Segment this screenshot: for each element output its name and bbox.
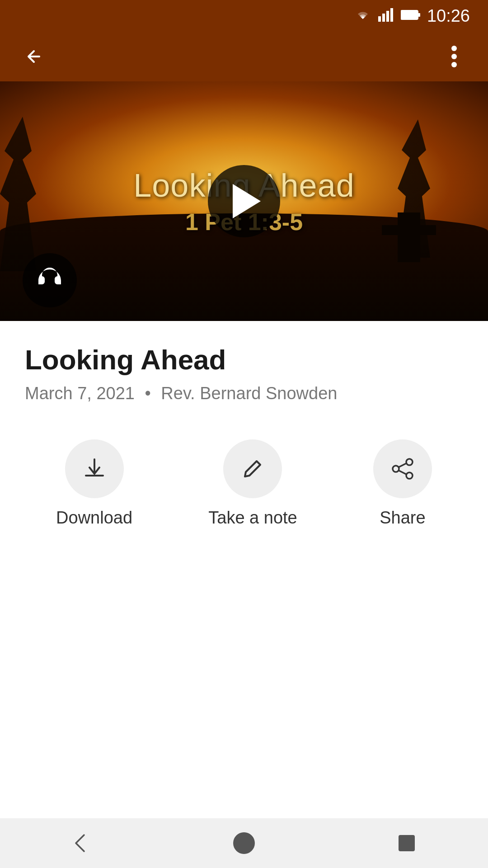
- actions-row: Download Take a note Share: [0, 439, 488, 528]
- svg-rect-16: [399, 835, 415, 851]
- meta-separator: •: [145, 384, 150, 403]
- share-label: Share: [380, 508, 425, 528]
- note-action[interactable]: Take a note: [208, 439, 297, 528]
- app-bar: [0, 32, 488, 81]
- play-icon: [233, 184, 261, 218]
- share-action[interactable]: Share: [373, 439, 432, 528]
- back-button[interactable]: [18, 41, 50, 72]
- headphones-button[interactable]: [23, 253, 77, 307]
- share-circle: [373, 439, 432, 498]
- wifi-icon: [354, 8, 372, 24]
- battery-icon: [401, 9, 421, 23]
- svg-rect-0: [378, 16, 381, 22]
- nav-recent-button[interactable]: [389, 825, 425, 861]
- svg-point-10: [406, 459, 413, 465]
- svg-line-14: [399, 471, 406, 474]
- svg-rect-5: [402, 11, 416, 19]
- status-icons: 10:26: [354, 6, 470, 26]
- download-label: Download: [56, 508, 132, 528]
- svg-rect-3: [390, 8, 393, 22]
- note-label: Take a note: [208, 508, 297, 528]
- svg-rect-2: [386, 11, 389, 22]
- status-time: 10:26: [427, 6, 470, 26]
- bottom-navigation: [0, 818, 488, 868]
- play-button[interactable]: [208, 165, 280, 237]
- svg-point-15: [233, 832, 255, 854]
- content-area: Looking Ahead March 7, 2021 • Rev. Berna…: [0, 321, 488, 403]
- svg-point-11: [393, 466, 399, 472]
- more-options-button[interactable]: [438, 41, 470, 72]
- sermon-date: March 7, 2021: [25, 384, 135, 403]
- signal-icon: [378, 8, 394, 24]
- nav-back-button[interactable]: [63, 825, 99, 861]
- video-thumbnail: Looking Ahead 1 Pet 1:3-5: [0, 81, 488, 321]
- sermon-title: Looking Ahead: [25, 344, 463, 376]
- note-circle: [223, 439, 282, 498]
- nav-home-button[interactable]: [226, 825, 262, 861]
- download-action[interactable]: Download: [56, 439, 132, 528]
- status-bar: 10:26: [0, 0, 488, 32]
- svg-point-7: [451, 46, 457, 51]
- svg-point-8: [451, 54, 457, 59]
- svg-line-13: [399, 463, 406, 467]
- svg-point-9: [451, 62, 457, 67]
- svg-rect-1: [382, 14, 385, 22]
- svg-point-12: [406, 472, 413, 479]
- svg-rect-6: [418, 13, 420, 17]
- sermon-speaker: Rev. Bernard Snowden: [161, 384, 337, 403]
- sermon-meta: March 7, 2021 • Rev. Bernard Snowden: [25, 384, 463, 403]
- download-circle: [65, 439, 124, 498]
